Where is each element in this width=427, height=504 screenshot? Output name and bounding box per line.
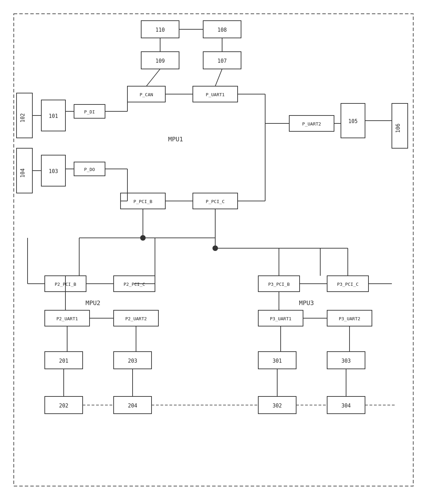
label-109: 109 bbox=[155, 58, 165, 64]
label-104: 104 bbox=[20, 168, 26, 178]
label-p3-pci-c: P3_PCI_C bbox=[337, 282, 359, 287]
label-p3-uart1: P3_UART1 bbox=[270, 316, 292, 321]
svg-line-11 bbox=[215, 69, 222, 86]
label-110: 110 bbox=[155, 27, 165, 33]
label-p3-pci-b: P3_PCI_B bbox=[268, 282, 290, 287]
label-108: 108 bbox=[217, 27, 227, 33]
label-105: 105 bbox=[348, 118, 357, 124]
label-p-can: P_CAN bbox=[139, 92, 153, 97]
label-mpu3: MPU3 bbox=[299, 299, 314, 306]
label-p-uart2: P_UART2 bbox=[302, 121, 321, 127]
label-p-di: P_DI bbox=[84, 109, 95, 114]
label-201: 201 bbox=[59, 358, 68, 364]
label-302: 302 bbox=[272, 403, 282, 409]
svg-line-10 bbox=[146, 69, 160, 86]
label-p-uart1: P_UART1 bbox=[206, 92, 225, 97]
label-204: 204 bbox=[128, 403, 137, 409]
label-p2-pci-c: P2_PCI_C bbox=[124, 282, 145, 287]
label-102: 102 bbox=[20, 113, 26, 122]
label-301: 301 bbox=[272, 358, 282, 364]
label-p3-uart2: P3_UART2 bbox=[339, 316, 361, 321]
label-103: 103 bbox=[49, 168, 58, 174]
label-mpu1: MPU1 bbox=[168, 135, 183, 143]
diagram-container: 110 108 109 107 P_CAN P_UART1 102 bbox=[10, 10, 417, 493]
label-p-pci-c: P_PCI_C bbox=[206, 199, 225, 204]
label-mpu2: MPU2 bbox=[85, 299, 100, 306]
label-p-pci-b: P_PCI_B bbox=[134, 199, 153, 204]
label-202: 202 bbox=[59, 403, 68, 409]
label-p2-uart2: P2_UART2 bbox=[125, 316, 147, 321]
label-107: 107 bbox=[217, 58, 227, 64]
label-101: 101 bbox=[49, 113, 58, 119]
label-203: 203 bbox=[128, 358, 137, 364]
label-303: 303 bbox=[341, 358, 351, 364]
label-106: 106 bbox=[395, 123, 401, 133]
label-p2-uart1: P2_UART1 bbox=[56, 316, 78, 321]
label-304: 304 bbox=[341, 403, 351, 409]
label-p-do: P_DO bbox=[84, 167, 95, 172]
